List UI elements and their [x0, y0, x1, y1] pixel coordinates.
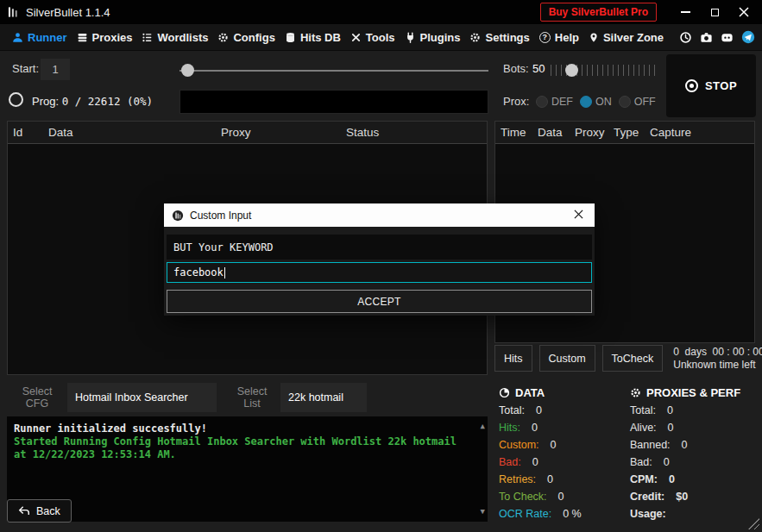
stop-button[interactable]: STOP — [680, 78, 742, 93]
app-window: SilverBullet 1.1.4 Buy SilverBullet Pro … — [0, 0, 762, 532]
log-console: Runner initialized succesfully! Started … — [7, 416, 488, 522]
tab-hits[interactable]: Hits — [494, 345, 532, 372]
col-status: Status — [346, 126, 379, 139]
accept-button[interactable]: ACCEPT — [167, 290, 592, 313]
proxy-alive-value: 0 — [668, 422, 674, 434]
record-circle-icon — [685, 79, 698, 92]
telegram-icon[interactable] — [741, 30, 755, 44]
back-button[interactable]: Back — [7, 499, 72, 523]
database-icon — [285, 32, 296, 43]
stat-tocheck-value: 0 — [558, 491, 564, 503]
nav-help[interactable]: ? Help — [539, 31, 579, 44]
proxy-stats: PROXIES & PERF Total: 0 Alive: 0 Banned:… — [630, 383, 757, 523]
progress-text: Prog: 0 / 22612 (0%) — [32, 95, 153, 108]
dialog-close-button[interactable] — [570, 207, 587, 223]
nav-proxies-label: Proxies — [92, 31, 133, 44]
prox-option-off[interactable]: OFF — [619, 96, 656, 108]
history-icon[interactable] — [679, 31, 692, 44]
start-slider[interactable] — [179, 62, 488, 79]
nav-plugins[interactable]: Plugins — [405, 31, 461, 44]
dialog-body: BUT Your KEYWORD facebook ACCEPT — [164, 227, 595, 316]
proxy-banned: Banned: 0 — [630, 436, 757, 454]
nav-hitsdb[interactable]: Hits DB — [285, 31, 341, 44]
close-button[interactable] — [733, 3, 755, 22]
nav-configs-label: Configs — [233, 31, 274, 44]
perf-usage: Usage: — [630, 505, 757, 523]
perf-usage-label: Usage: — [630, 508, 666, 520]
nav-settings[interactable]: Settings — [469, 31, 529, 44]
maximize-button[interactable] — [703, 3, 726, 22]
custom-input-dialog: Custom Input BUT Your KEYWORD facebook A… — [164, 203, 595, 316]
nav-proxies[interactable]: Proxies — [77, 31, 133, 44]
proxy-banned-value: 0 — [682, 439, 688, 451]
nav-wordlists[interactable]: Wordlists — [142, 31, 208, 44]
app-logo-icon — [8, 6, 19, 18]
nav-tools[interactable]: Tools — [350, 31, 395, 44]
buy-pro-button[interactable]: Buy SilverBullet Pro — [540, 3, 657, 22]
keyword-input-value: facebook — [173, 266, 224, 279]
settings-gear-icon — [469, 32, 481, 43]
main-nav: Runner Proxies Wordlists Configs Hits DB — [0, 24, 762, 51]
keyword-input[interactable]: facebook — [167, 262, 592, 283]
col-data: Data — [48, 126, 221, 139]
prox-radio-group: DEF ON OFF — [536, 91, 656, 113]
bots-slider-thumb[interactable] — [565, 64, 578, 77]
nav-silverzone-label: Silver Zone — [603, 31, 664, 44]
discord-icon[interactable] — [721, 31, 734, 44]
bots-slider[interactable] — [551, 60, 659, 81]
proxy-stats-header: PROXIES & PERF — [630, 383, 757, 402]
titlebar[interactable]: SilverBullet 1.1.4 Buy SilverBullet Pro — [0, 0, 762, 24]
tab-tocheck[interactable]: ToCheck — [602, 345, 664, 372]
prox-option-def[interactable]: DEF — [536, 96, 573, 108]
start-slider-thumb[interactable] — [181, 64, 194, 77]
dialog-titlebar[interactable]: Custom Input — [164, 203, 595, 227]
camera-icon[interactable] — [700, 31, 713, 44]
run-timer: 0 days 00 : 00 : 00 Unknown time left — [673, 345, 762, 372]
col-hit-type: Type — [614, 126, 650, 139]
stat-retries: Retries: 0 — [499, 471, 628, 488]
config-row: Select CFG Hotmail Inbox Searcher Select… — [7, 383, 488, 412]
col-hit-proxy: Proxy — [575, 126, 614, 139]
proxy-total-label: Total: — [630, 404, 656, 416]
stat-bad: Bad: 0 — [499, 454, 628, 471]
data-stats-header: DATA — [499, 383, 628, 402]
radio-def-icon — [536, 96, 548, 108]
nav-runner[interactable]: Runner — [12, 31, 67, 44]
stat-ocr-label: OCR Rate: — [499, 508, 551, 520]
minimize-icon — [681, 11, 690, 13]
perf-credit: Credit: $0 — [630, 488, 757, 505]
progress-label: Prog: — [32, 95, 59, 108]
select-cfg-button[interactable]: Select CFG — [7, 383, 67, 412]
proxy-stats-title: PROXIES & PERF — [646, 386, 740, 399]
proxy-bad-label: Bad: — [630, 456, 652, 468]
stat-hits-label: Hits: — [499, 422, 520, 434]
perf-cpm: CPM: 0 — [630, 471, 757, 488]
minimize-button[interactable] — [674, 3, 696, 22]
prox-option-on[interactable]: ON — [580, 96, 612, 108]
nav-silverzone[interactable]: Silver Zone — [589, 31, 664, 44]
prox-on-label: ON — [595, 96, 612, 108]
text-caret — [224, 267, 225, 279]
prox-label: Prox: — [503, 95, 529, 108]
col-time: Time — [501, 126, 538, 139]
progress-value: 0 / 22612 (0%) — [62, 95, 153, 108]
stat-bad-value: 0 — [532, 456, 538, 468]
radio-off-icon — [619, 96, 631, 108]
stat-retries-value: 0 — [547, 473, 553, 485]
select-list-button[interactable]: Select List — [224, 383, 280, 412]
proxy-alive-label: Alive: — [630, 422, 657, 434]
start-input[interactable] — [41, 59, 70, 80]
stat-tocheck: To Check: 0 — [499, 488, 628, 505]
stat-custom: Custom: 0 — [499, 436, 628, 454]
close-icon — [739, 7, 749, 17]
start-slider-track[interactable] — [179, 70, 488, 72]
stat-tocheck-label: To Check: — [499, 491, 547, 503]
proxy-alive: Alive: 0 — [630, 419, 757, 436]
scroll-down-icon[interactable]: ▼ — [481, 505, 485, 518]
tab-custom[interactable]: Custom — [539, 345, 595, 372]
scroll-up-icon[interactable]: ▲ — [481, 420, 485, 433]
nav-configs[interactable]: Configs — [217, 31, 274, 44]
nav-tools-label: Tools — [366, 31, 395, 44]
runner-table-header: Id Data Proxy Status — [8, 122, 487, 144]
nav-plugins-label: Plugins — [420, 31, 461, 44]
